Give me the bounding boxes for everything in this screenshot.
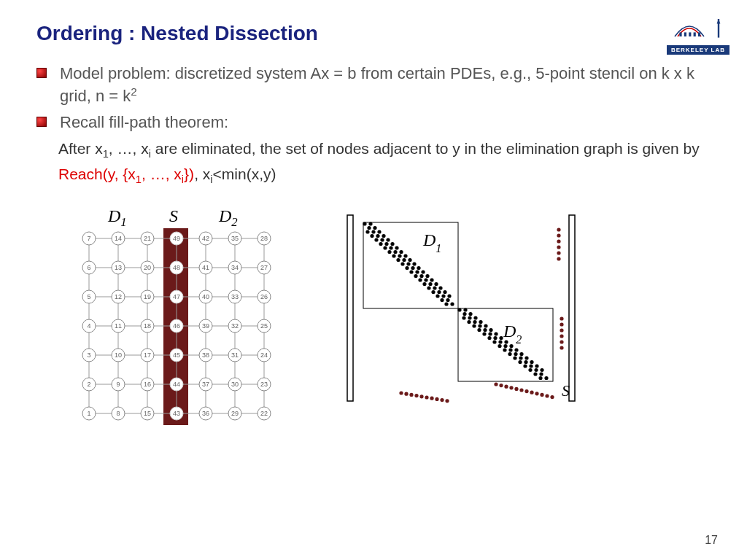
svg-point-214	[503, 348, 506, 351]
svg-text:28: 28	[260, 235, 268, 242]
svg-point-233	[544, 376, 548, 380]
svg-point-239	[419, 394, 423, 398]
svg-point-183	[450, 302, 454, 306]
svg-point-199	[477, 328, 481, 332]
svg-point-220	[513, 356, 516, 359]
svg-text:23: 23	[260, 381, 268, 388]
svg-point-228	[534, 368, 538, 372]
svg-point-206	[499, 336, 503, 340]
grid-figure: D1 S D2 76543211413121110982120191817161…	[80, 209, 285, 428]
svg-point-157	[411, 266, 414, 270]
svg-point-209	[504, 340, 508, 343]
svg-point-160	[415, 270, 419, 273]
svg-point-156	[412, 262, 416, 265]
svg-text:8: 8	[116, 410, 120, 417]
svg-point-216	[514, 352, 517, 356]
svg-point-187	[462, 312, 466, 316]
svg-point-180	[447, 294, 451, 298]
svg-text:33: 33	[231, 293, 239, 300]
svg-point-145	[393, 250, 397, 254]
svg-rect-4	[698, 32, 700, 36]
svg-text:21: 21	[144, 235, 151, 242]
svg-point-237	[409, 393, 413, 397]
page-number: 17	[705, 534, 718, 547]
svg-text:D1: D1	[422, 230, 441, 254]
svg-point-142	[389, 246, 392, 249]
svg-point-249	[514, 387, 518, 391]
svg-text:43: 43	[173, 410, 180, 417]
svg-point-192	[473, 320, 476, 324]
svg-point-136	[380, 238, 384, 241]
svg-point-211	[498, 344, 501, 348]
svg-point-190	[462, 316, 465, 319]
svg-point-224	[530, 360, 533, 364]
svg-point-161	[409, 270, 413, 273]
svg-text:3: 3	[87, 351, 90, 359]
svg-point-144	[395, 246, 398, 249]
svg-text:17: 17	[144, 351, 151, 359]
logo-text: BERKELEY LAB	[667, 45, 729, 55]
svg-point-243	[440, 398, 444, 402]
svg-point-167	[418, 278, 422, 281]
svg-rect-120	[569, 215, 575, 401]
bullet-item: Model problem: discretized system Ax = b…	[36, 63, 711, 107]
svg-point-256	[550, 395, 554, 399]
svg-point-159	[417, 266, 420, 270]
svg-point-188	[468, 312, 472, 316]
svg-point-193	[467, 320, 471, 324]
svg-text:13: 13	[115, 264, 122, 271]
svg-point-208	[492, 340, 496, 343]
svg-point-252	[530, 390, 533, 394]
svg-text:30: 30	[231, 381, 239, 388]
svg-point-128	[367, 226, 371, 230]
svg-text:47: 47	[173, 293, 180, 300]
svg-point-201	[488, 332, 492, 335]
svg-point-212	[509, 344, 513, 348]
svg-point-263	[560, 316, 563, 320]
grid-svg: 7654321141312111098212019181716154948474…	[80, 230, 274, 423]
svg-point-230	[540, 368, 543, 372]
svg-point-178	[441, 294, 445, 298]
svg-point-215	[514, 348, 518, 351]
svg-point-222	[524, 360, 527, 364]
svg-rect-2	[689, 32, 691, 36]
svg-point-149	[392, 254, 395, 257]
svg-point-213	[508, 348, 512, 351]
svg-text:12: 12	[115, 293, 122, 300]
svg-point-251	[525, 389, 528, 393]
svg-point-207	[498, 340, 502, 343]
svg-text:44: 44	[173, 381, 180, 388]
svg-text:9: 9	[116, 381, 120, 388]
bullet-text: Recall fill-path theorem:	[60, 112, 228, 133]
svg-point-240	[425, 395, 428, 399]
svg-point-210	[503, 344, 507, 348]
svg-point-154	[406, 262, 410, 265]
svg-point-217	[508, 352, 511, 356]
svg-point-255	[545, 394, 549, 397]
svg-point-137	[374, 238, 378, 241]
svg-point-148	[398, 254, 401, 257]
svg-point-162	[421, 270, 425, 273]
svg-text:26: 26	[260, 293, 268, 300]
svg-text:46: 46	[173, 322, 180, 330]
svg-point-221	[525, 356, 528, 359]
svg-text:29: 29	[231, 410, 239, 417]
svg-point-265	[560, 328, 563, 332]
slide-title: Ordering : Nested Dissection	[36, 22, 711, 45]
svg-marker-6	[717, 19, 721, 23]
svg-point-171	[434, 282, 438, 286]
svg-point-197	[484, 324, 487, 327]
svg-point-169	[428, 282, 432, 286]
svg-point-238	[414, 394, 418, 397]
svg-text:4: 4	[87, 322, 90, 330]
svg-point-264	[560, 322, 563, 326]
svg-point-130	[371, 230, 375, 233]
svg-text:27: 27	[260, 264, 268, 271]
svg-text:45: 45	[173, 351, 180, 359]
svg-point-176	[431, 290, 435, 294]
svg-point-152	[396, 258, 400, 262]
svg-text:10: 10	[115, 351, 122, 359]
svg-point-229	[528, 368, 532, 372]
svg-point-268	[560, 346, 563, 349]
svg-point-219	[519, 356, 522, 359]
